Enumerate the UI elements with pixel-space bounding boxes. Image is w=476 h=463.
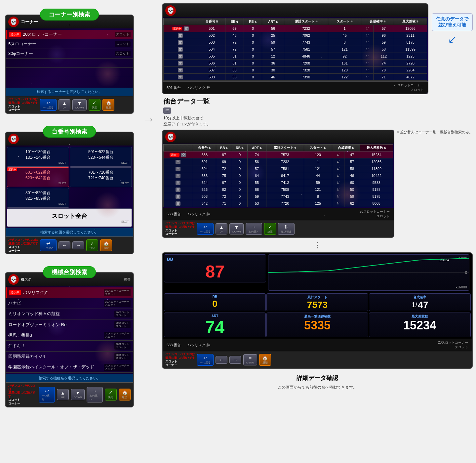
back-btn-2[interactable]: ↩ 一つ戻る [40,239,57,251]
table2-corner: 20スロットコーナースロット [360,209,390,219]
left-btn-2[interactable]: ← [59,241,70,249]
th2-art[interactable]: ART [248,145,266,151]
table2-row-1[interactable]: 空 501 69 0 56 7232 1 1/ 57 12086 [164,158,393,165]
th-rb[interactable]: RB [244,18,262,25]
home-btn-3[interactable]: 🏠 履歴 [119,389,131,400]
detail-sub-grid: RB 0 累計スタート 7573 合成確率 1/ 47 [163,293,472,313]
t2-badge-0: 選択中 空 [164,151,193,158]
range-item-4[interactable]: 801〜820番台821〜859番台 SLOT [7,188,69,208]
data-table-2: 台番号 BB RB ART 累計スタート スタート 合成確率 最大差枚数 [163,144,393,207]
table2-row-6[interactable]: 空 503 72 0 59 7743 8 1/ 59 8175 [164,193,393,200]
th-bb[interactable]: BB [225,18,244,25]
next-btn-t2[interactable]: → 次の見へ [246,223,262,235]
chart-svg [268,255,469,290]
back-btn-1[interactable]: ↩ 一つ戻る [40,99,57,111]
table1-machine-name: バジリスク 絆 [187,85,210,90]
down-label-1: DOWN [75,106,84,109]
table1-row-6[interactable]: 空 507 63 0 30 7328 120 1/ 78 2284 [164,67,427,74]
t1-rb-2: 0 [244,39,262,46]
range-item-1[interactable]: 501〜522番台523〜544番台 SLOT [70,147,132,167]
up-label-1: UP [62,106,66,109]
th2-start[interactable]: スタート [304,145,332,151]
range-item-big[interactable]: スロット全台 SLOT [7,208,132,227]
back-btn-detail[interactable]: ↩ 一つ戻る [197,354,214,366]
ok-btn-3[interactable]: ✓ 決定 [105,389,117,400]
next-btn-3[interactable]: → 次の見へ [87,387,103,402]
t1-acc-4: 4846 [284,53,328,60]
list-item-machine-6[interactable]: 回胴黙示録カイジ4 20スロットスロット [6,352,133,362]
range-item-3[interactable]: 701〜720番台721〜740番台 SLOT [70,167,132,187]
table1-row-7[interactable]: 空 508 58 0 46 7390 122 1/ 71 4072 [164,74,427,81]
home-btn-1[interactable]: 🏠 履歴 [102,99,114,111]
down-btn-1[interactable]: ▼ DOWN [72,99,87,110]
back-btn-3[interactable]: ↩ 一つ戻る [39,387,55,402]
menu-btn-detail[interactable]: ≡ MENU [243,354,257,365]
table1-row-4[interactable]: 空 505 31 0 12 4846 92 1/ 112 1223 [164,53,427,60]
down-btn-3[interactable]: ▼ DOWN [71,389,85,400]
th2-acc[interactable]: 累計スタート [266,145,304,151]
home-btn-detail[interactable]: 🏠 履歴 [259,354,271,366]
table2-row-3[interactable]: 空 533 75 0 64 6417 44 1/ 46 10422 [164,172,393,179]
list-item-machine-4[interactable]: 押忍！番長3 20スロットコーナースロット [6,330,133,341]
t2-acc-4: 7412 [266,179,304,186]
list-item-machine-3[interactable]: ロードオブヴァーミリオン Re 20スロットスロット [6,319,133,330]
list-item-machine-7[interactable]: 学園黙示録ハイスクール・オブ・ザ・デッド 20スロットコーナースロット [6,362,133,373]
th2-num[interactable]: 台番号 [193,145,216,151]
t2-bb-5: 82 [216,186,232,193]
th2-bb[interactable]: BB [216,145,232,151]
ok-btn-1[interactable]: ✓ 決定 [89,99,100,111]
back-icon-t2: ↩ [203,224,207,230]
detail-acc-label: 累計スタート [307,295,327,300]
up-btn-1[interactable]: ▲ UP [59,99,70,110]
list-item-machine-1[interactable]: ハナビ 20スロットコーナースロット [6,298,133,309]
table2-row-4[interactable]: 空 524 67 0 55 7412 59 1/ 60 9533 [164,179,393,186]
t1-num-4: 505 [198,53,225,60]
th2-rb[interactable]: RB [232,145,247,151]
back-btn-t2[interactable]: ↩ 一つ戻る [197,223,214,235]
table1-row-2[interactable]: 空 503 72 0 59 7743 8 1/ 59 8175 [164,39,427,46]
up-btn-t2[interactable]: ▲ UP [216,223,227,234]
t1-num-6: 507 [198,67,225,74]
list-item-machine-0[interactable]: 選択中 バジリスク絆 20スロットコーナースロット [6,287,133,298]
th2-maxdiff[interactable]: 最大差枚数 [360,145,393,151]
right-btn-2[interactable]: → [72,241,84,249]
t1-num-1: 502 [198,32,225,39]
table2-row-5[interactable]: 空 526 82 0 68 7508 121 1/ 50 9188 [164,186,393,193]
table2-row-2[interactable]: 空 504 72 0 57 7581 121 1/ 58 11399 [164,165,393,172]
range-item-2[interactable]: 選択中 601〜622番台623〜642番台 SLOT [7,167,69,187]
th-maxdiff[interactable]: 最大差枚 [394,18,427,25]
th-acc[interactable]: 累計スタート [284,18,328,25]
t1-rb-3: 0 [244,46,262,53]
down-btn-t2[interactable]: ▼ DOWN [229,223,244,234]
up-btn-3[interactable]: ▲ UP [57,389,69,400]
th-start[interactable]: スタート [328,18,361,25]
list-item-corner-1[interactable]: 5スロコーナー スロット [6,39,133,49]
range-tag-4: SLOT [10,202,66,205]
t2-acc-0: 7573 [266,151,304,158]
th2-prob[interactable]: 合成確率 [332,145,360,151]
left-btn-detail[interactable]: ← [216,356,227,364]
th-prob[interactable]: 合成確率 [361,18,394,25]
th-num[interactable]: 台番号 [198,18,225,25]
table2-row-7[interactable]: 空 542 71 0 53 7720 125 1/ 62 8005 [164,200,393,207]
table1-row-5[interactable]: 空 506 61 0 36 7208 161 1/ 74 2720 [164,60,427,67]
sort-btn-t2[interactable]: ⇅ 並び替え [278,223,295,235]
table1-row-1[interactable]: 空 502 48 0 25 7062 45 1/ 96 2311 [164,32,427,39]
list-item-corner-0[interactable]: 選択中 20スロットコーナー スロット [6,30,133,39]
th-art[interactable]: ART [262,18,284,25]
panel2-range-grid: 101〜130番台131〜146番台 SLOT 501〜522番台523〜544… [6,146,133,228]
list-item-corner-2[interactable]: 30φコーナー スロット [6,49,133,59]
ok-btn-t2[interactable]: ✓ 決定 [264,223,276,235]
range-item-0[interactable]: 101〜130番台131〜146番台 SLOT [7,147,69,167]
list-item-machine-5[interactable]: 沖ドキ！ 20スロットスロット [6,341,133,351]
right-btn-detail[interactable]: → [229,356,241,364]
table1-row-3[interactable]: 空 504 72 0 57 7581 121 1/ 58 11399 [164,46,427,53]
t1-start-0: 1 [328,25,361,32]
list-item-tag-2: スロット [115,51,131,56]
list-item-machine-2[interactable]: ミリオンゴッド神々の凱旋 20スロットスロット [6,309,133,319]
home-btn-2[interactable]: 🏠 履歴 [100,239,112,251]
table1-row-0[interactable]: 選択中 空 501 69 0 56 7232 1 1/ 57 12086 [164,25,427,32]
selected-badge-m0: 選択中 [9,290,21,295]
ok-btn-2[interactable]: ✓ 決定 [86,239,98,251]
table2-row-0[interactable]: 選択中 空 538 87 0 74 7573 120 1/ 47 15234 [164,151,393,158]
